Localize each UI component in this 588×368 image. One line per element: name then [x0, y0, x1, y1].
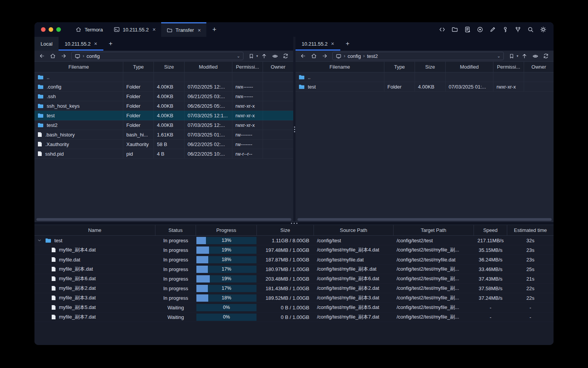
file-row[interactable]: test Folder 4.00KB 07/03/2025 01:... rwx… [296, 82, 554, 92]
column-header-target-path[interactable]: Target Path [394, 225, 474, 235]
column-header-speed[interactable]: Speed [474, 225, 507, 235]
close-tab-icon[interactable]: × [198, 27, 201, 33]
column-header-name[interactable]: Name [34, 225, 155, 235]
forward-icon[interactable] [320, 52, 329, 60]
code-icon[interactable] [437, 25, 447, 34]
column-header-filename[interactable]: Filename [34, 62, 123, 72]
transfer-eta: 23s [507, 245, 554, 255]
progress-track: 18% [196, 256, 256, 263]
tab-session-10-211-55-2[interactable]: 10.211.55.2 × [108, 22, 161, 37]
close-tab-icon[interactable]: × [152, 26, 155, 33]
column-header-size[interactable]: Size [257, 225, 314, 235]
left-path-field[interactable]: › config ⌄ [71, 52, 243, 60]
show-hidden-eye-icon[interactable] [531, 52, 540, 60]
close-tab-icon[interactable]: × [94, 41, 97, 47]
file-icon [51, 247, 56, 253]
file-row[interactable]: .. [296, 72, 554, 82]
file-row[interactable]: .. [34, 72, 293, 82]
file-row[interactable]: .Xauthority Xauthority 58 B 06/22/2025 0… [34, 140, 293, 149]
column-header-permissions[interactable]: Permissi... [232, 62, 263, 72]
column-header-estimated-time[interactable]: Estimated time [507, 225, 554, 235]
breadcrumb-segment[interactable]: config [87, 53, 100, 59]
chevron-down-icon[interactable]: ⌄ [237, 54, 240, 59]
folder-icon[interactable] [450, 25, 460, 34]
refresh-icon[interactable] [281, 52, 290, 60]
right-tab-session[interactable]: 10.211.55.2 × [296, 37, 340, 51]
transfer-row[interactable]: myfile_副本4.dat In progress 19% 197.48MB … [34, 245, 554, 255]
bookmark-icon[interactable] [247, 52, 256, 60]
search-icon[interactable] [526, 25, 536, 34]
file-row[interactable]: .ssh Folder 4.00KB 06/21/2025 03:... rwx… [34, 92, 293, 101]
file-row[interactable]: ssh_host_keys Folder 4.00KB 06/26/2025 0… [34, 101, 293, 111]
transfer-row[interactable]: myfile_副本3.dat In progress 18% 189.52MB … [34, 293, 554, 303]
key-icon[interactable] [500, 25, 510, 34]
edit-icon[interactable] [488, 25, 498, 34]
column-header-filename[interactable]: Filename [296, 62, 384, 72]
log-icon[interactable] [462, 25, 472, 34]
column-header-type[interactable]: Type [123, 62, 154, 72]
zoom-window-button[interactable] [56, 27, 61, 32]
close-window-button[interactable] [41, 27, 46, 32]
show-hidden-eye-icon[interactable] [270, 52, 279, 60]
file-row[interactable]: test Folder 4.00KB 07/03/2025 12:1... rw… [34, 111, 293, 120]
file-modified: 06/22/2025 10:... [185, 149, 232, 158]
forward-icon[interactable] [59, 52, 68, 60]
column-header-size[interactable]: Size [415, 62, 446, 72]
record-icon[interactable] [475, 25, 485, 34]
expand-chevron-icon[interactable] [37, 238, 42, 243]
minimize-window-button[interactable] [49, 27, 53, 32]
close-tab-icon[interactable]: × [331, 41, 334, 47]
scrollbar-thumb[interactable] [36, 218, 291, 221]
column-header-modified[interactable]: Modified [446, 62, 493, 72]
left-new-tab-button[interactable]: + [103, 37, 118, 51]
column-header-permissions[interactable]: Permissi... [493, 62, 524, 72]
back-icon[interactable] [38, 52, 47, 60]
left-tab-local[interactable]: Local [34, 37, 59, 51]
column-header-owner[interactable]: Owner [263, 62, 293, 72]
breadcrumb-segment[interactable]: config [348, 53, 361, 59]
transfer-row[interactable]: myfile_副本5.dat Waiting 0% 0 B / 1.00GB /… [34, 303, 554, 312]
transfer-size: 189.52MB / 1.00GB [257, 293, 314, 302]
upload-icon[interactable] [520, 52, 529, 60]
file-row[interactable]: sshd.pid pid 4 B 06/22/2025 10:... rw-r-… [34, 149, 293, 159]
scrollbar-thumb[interactable] [297, 218, 552, 221]
transfer-size: 0 B / 1.00GB [257, 303, 314, 312]
transfer-row[interactable]: myfile.dat In progress 18% 187.87MB / 1.… [34, 255, 554, 264]
right-path-field[interactable]: › config › test2 ⌄ [332, 52, 504, 60]
transfer-row[interactable]: myfile_副本.dat In progress 17% 180.97MB /… [34, 264, 554, 274]
back-icon[interactable] [299, 52, 308, 60]
column-header-type[interactable]: Type [384, 62, 415, 72]
file-modified: 06/22/2025 02:... [185, 140, 232, 149]
refresh-icon[interactable] [541, 52, 550, 60]
transfer-row[interactable]: myfile_副本2.dat In progress 17% 181.43MB … [34, 284, 554, 293]
transfer-row[interactable]: myfile_副本7.dat Waiting 0% 0 B / 1.00GB /… [34, 312, 554, 322]
right-new-tab-button[interactable]: + [340, 37, 355, 51]
home-icon[interactable] [309, 52, 318, 60]
upload-icon[interactable] [260, 52, 269, 60]
settings-icon[interactable] [538, 25, 548, 34]
column-header-modified[interactable]: Modified [185, 62, 232, 72]
breadcrumb-segment[interactable]: test2 [367, 53, 378, 59]
column-header-status[interactable]: Status [155, 225, 196, 235]
bookmark-caret-icon[interactable]: ▾ [516, 54, 518, 58]
column-header-progress[interactable]: Progress [196, 225, 257, 235]
column-header-owner[interactable]: Owner [524, 62, 554, 72]
transfer-row[interactable]: test In progress 13% 1.11GB / 8.00GB /co… [34, 236, 554, 245]
home-icon[interactable] [48, 52, 57, 60]
file-row[interactable]: .config Folder 4.00KB 07/02/2025 12:... … [34, 82, 293, 92]
bookmark-caret-icon[interactable]: ▾ [256, 54, 258, 58]
transfer-source-path: /config/test/myfile_副本2.dat [314, 284, 394, 293]
chevron-down-icon[interactable]: ⌄ [497, 54, 500, 59]
transfer-row[interactable]: myfile_副本6.dat In progress 19% 203.48MB … [34, 274, 554, 284]
tab-transfer[interactable]: Transfer × [161, 22, 206, 37]
column-header-source-path[interactable]: Source Path [314, 225, 394, 235]
bookmark-icon[interactable] [507, 52, 516, 60]
column-header-size[interactable]: Size [154, 62, 185, 72]
left-tab-session[interactable]: 10.211.55.2 × [59, 37, 103, 51]
keychain-icon[interactable] [513, 25, 523, 34]
transfer-splitter[interactable] [34, 222, 554, 225]
file-row[interactable]: .bash_history bash_hi... 1.61KB 07/03/20… [34, 130, 293, 140]
file-row[interactable]: test2 Folder 4.00KB 07/03/2025 12:... rw… [34, 120, 293, 130]
tab-termora[interactable]: Termora [70, 22, 108, 37]
new-tab-button[interactable]: + [206, 22, 223, 37]
